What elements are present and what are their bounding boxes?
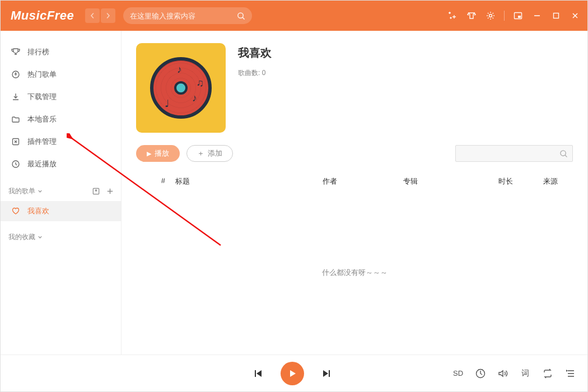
player-extras: SD 词: [452, 367, 576, 380]
lyrics-button[interactable]: 词: [519, 367, 531, 380]
mini-mode-icon[interactable]: [512, 10, 524, 21]
svg-rect-17: [255, 370, 256, 377]
sidebar-section-my-collections: 我的收藏: [1, 227, 121, 247]
col-album[interactable]: 专辑: [403, 176, 483, 186]
chevron-down-icon: [38, 189, 43, 194]
sidebar-playlist-label: 我喜欢: [27, 206, 49, 216]
svg-point-15: [561, 150, 566, 155]
col-artist[interactable]: 作者: [323, 176, 403, 186]
app-header: MusicFree: [1, 1, 587, 31]
settings-icon[interactable]: [485, 10, 496, 21]
quality-button[interactable]: SD: [452, 367, 464, 380]
nav-forward-button[interactable]: [101, 8, 115, 23]
svg-point-9: [12, 71, 19, 78]
nav-arrows: [85, 8, 115, 23]
folder-icon: [11, 114, 21, 124]
empty-state: 什么都没有呀～～～: [136, 191, 573, 354]
download-icon: [11, 92, 21, 102]
svg-line-16: [565, 155, 567, 157]
play-pause-button[interactable]: [281, 362, 304, 385]
sparkle-icon[interactable]: [447, 10, 458, 21]
playlist-cover: ♪ ♫ ♩ ♪: [136, 43, 226, 133]
svg-rect-18: [329, 370, 330, 377]
sidebar-section-label[interactable]: 我的歌单: [8, 186, 35, 196]
sidebar-item-hot[interactable]: 热门歌单: [1, 63, 121, 86]
plus-icon: ＋: [197, 148, 204, 158]
import-playlist-icon[interactable]: [92, 187, 100, 195]
sidebar-item-label: 插件管理: [27, 137, 57, 147]
maximize-icon[interactable]: [550, 10, 562, 21]
col-duration[interactable]: 时长: [483, 176, 528, 186]
empty-text: 什么都没有呀～～～: [322, 268, 388, 278]
sidebar-item-recent[interactable]: 最近播放: [1, 153, 121, 175]
player-controls: [133, 362, 452, 385]
sidebar-item-local[interactable]: 本地音乐: [1, 108, 121, 130]
playlist-title: 我喜欢: [238, 45, 573, 60]
speed-button[interactable]: [474, 367, 487, 380]
volume-button[interactable]: [497, 367, 509, 380]
search-icon[interactable]: [237, 12, 245, 20]
sidebar-item-ranking[interactable]: 排行榜: [1, 41, 121, 63]
sidebar-item-label: 最近播放: [27, 159, 57, 169]
fire-icon: [11, 69, 21, 80]
add-button[interactable]: ＋ 添加: [186, 145, 233, 162]
queue-button[interactable]: [564, 367, 576, 380]
app-logo: MusicFree: [11, 8, 74, 23]
repeat-button[interactable]: [542, 367, 554, 380]
playlist-header: ♪ ♫ ♩ ♪ 我喜欢 歌曲数: 0: [136, 43, 573, 133]
play-all-button[interactable]: ▶ 播放: [136, 145, 180, 162]
sidebar-section-label[interactable]: 我的收藏: [8, 232, 35, 242]
sidebar-item-label: 热门歌单: [27, 69, 57, 80]
col-title[interactable]: 标题: [175, 176, 323, 186]
theme-icon[interactable]: [466, 10, 477, 21]
next-track-button[interactable]: [319, 366, 334, 381]
col-source[interactable]: 来源: [528, 176, 573, 186]
sidebar: 排行榜 热门歌单 下载管理 本地音乐 插件管理: [1, 31, 122, 354]
search-box[interactable]: [123, 7, 252, 24]
playlist-song-count: 歌曲数: 0: [238, 68, 573, 78]
header-actions: [447, 10, 581, 21]
search-icon: [559, 150, 568, 158]
minimize-icon[interactable]: [531, 10, 543, 21]
sidebar-section-my-playlists: 我的歌单: [1, 181, 121, 201]
trophy-icon: [11, 47, 21, 57]
play-icon: ▶: [147, 150, 151, 157]
clock-icon: [11, 159, 21, 169]
sidebar-playlist-favorites[interactable]: 我喜欢: [1, 201, 121, 221]
plugin-icon: [11, 137, 21, 147]
sidebar-item-downloads[interactable]: 下载管理: [1, 86, 121, 108]
svg-line-1: [243, 17, 245, 19]
svg-rect-6: [554, 13, 559, 18]
add-button-label: 添加: [208, 148, 222, 158]
song-table-header: # 标题 作者 专辑 时长 来源: [136, 172, 573, 191]
close-icon[interactable]: [570, 10, 581, 21]
playlist-actions: ▶ 播放 ＋ 添加: [136, 145, 573, 162]
filter-input[interactable]: [455, 145, 573, 162]
sidebar-item-label: 下载管理: [27, 92, 57, 102]
sidebar-item-plugins[interactable]: 插件管理: [1, 130, 121, 153]
svg-point-2: [489, 15, 492, 17]
sidebar-item-label: 本地音乐: [27, 114, 57, 124]
chevron-down-icon: [38, 235, 43, 240]
main-content: ♪ ♫ ♩ ♪ 我喜欢 歌曲数: 0 ▶ 播放 ＋ 添加: [122, 31, 587, 354]
col-index: #: [136, 176, 175, 186]
player-bar: SD 词: [1, 354, 587, 391]
play-button-label: 播放: [155, 148, 169, 158]
heart-icon: [11, 207, 21, 216]
nav-back-button[interactable]: [85, 8, 100, 23]
sidebar-item-label: 排行榜: [27, 47, 49, 57]
add-playlist-icon[interactable]: [106, 187, 114, 195]
search-input[interactable]: [130, 12, 237, 20]
header-separator: [504, 11, 505, 21]
svg-rect-4: [518, 16, 521, 18]
prev-track-button[interactable]: [250, 366, 266, 381]
